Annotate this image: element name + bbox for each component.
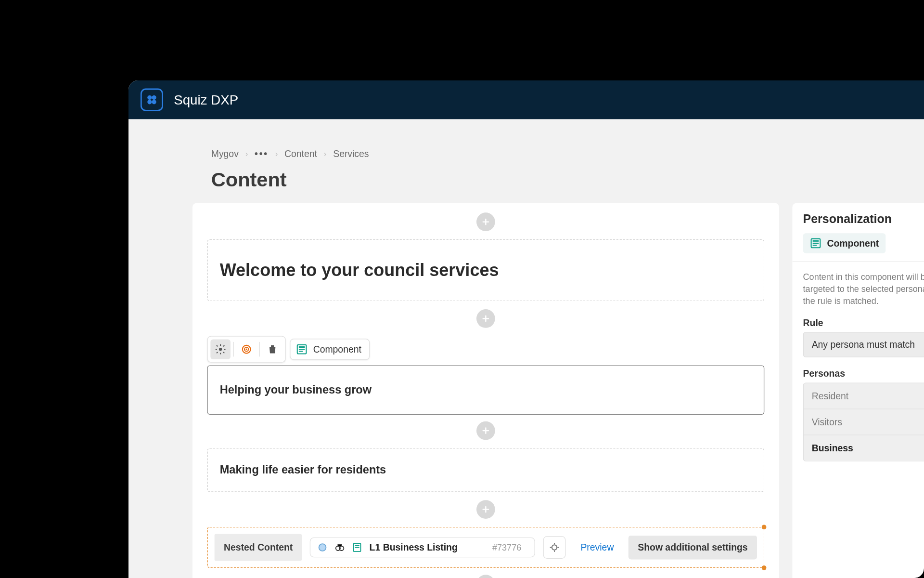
breadcrumb-leaf[interactable]: Services xyxy=(333,148,369,159)
toolbar-group xyxy=(207,336,285,362)
add-block-button[interactable] xyxy=(476,421,495,440)
breadcrumb: Mygov › ••• › Content › Services xyxy=(211,148,924,159)
svg-rect-22 xyxy=(813,245,817,246)
top-bar: Squiz DXP xyxy=(128,80,924,119)
svg-point-2 xyxy=(147,100,152,104)
content-block-selected[interactable]: Helping your business grow xyxy=(207,365,764,414)
panel-help-text: Content in this component will be target… xyxy=(803,271,924,308)
persona-name: Resident xyxy=(812,390,849,401)
block-toolbar: Component xyxy=(207,336,764,362)
content-block-residents[interactable]: Making life easier for residents xyxy=(207,448,764,492)
nested-content-label: Nested Content xyxy=(215,534,302,561)
breadcrumb-root[interactable]: Mygov xyxy=(211,148,239,159)
panel-body: Content in this component will be target… xyxy=(792,262,924,471)
delete-button[interactable] xyxy=(262,339,282,359)
panel-header: Personalization Component xyxy=(792,203,924,262)
persona-name: Business xyxy=(812,442,853,453)
binoculars-icon xyxy=(335,542,346,552)
add-block-button[interactable] xyxy=(476,575,495,578)
preview-link[interactable]: Preview xyxy=(574,542,621,552)
svg-point-0 xyxy=(147,95,152,100)
svg-point-7 xyxy=(246,349,247,350)
content-block-welcome[interactable]: Welcome to your council services xyxy=(207,239,764,302)
svg-rect-21 xyxy=(813,243,819,244)
add-block-button[interactable] xyxy=(476,500,495,519)
chevron-right-icon: › xyxy=(245,149,248,158)
settings-button[interactable] xyxy=(210,339,231,359)
show-additional-settings-button[interactable]: Show additional settings xyxy=(629,536,757,560)
separator xyxy=(259,342,259,356)
nested-asset-id: #73776 xyxy=(492,542,521,552)
nested-asset-pill[interactable]: L1 Business Listing #73776 xyxy=(310,538,535,558)
product-name: Squiz DXP xyxy=(174,92,238,107)
svg-point-12 xyxy=(319,544,326,551)
persona-list: Resident Visitors Business xyxy=(803,382,924,461)
separator xyxy=(233,342,233,356)
rule-select-value: Any persona must match xyxy=(812,339,915,350)
svg-point-3 xyxy=(152,100,156,104)
svg-point-1 xyxy=(152,95,156,100)
component-icon xyxy=(296,343,308,355)
persona-option-business[interactable]: Business xyxy=(804,435,924,460)
component-icon xyxy=(809,237,821,249)
columns: Welcome to your council services xyxy=(192,203,924,578)
breadcrumb-content[interactable]: Content xyxy=(284,148,317,159)
persona-option-visitors[interactable]: Visitors xyxy=(804,409,924,435)
panel-scope-label: Component xyxy=(827,238,879,249)
svg-rect-11 xyxy=(299,351,303,352)
block-heading: Welcome to your council services xyxy=(220,260,752,281)
workspace: Mygov › ••• › Content › Services Content… xyxy=(128,119,924,578)
component-type-pill[interactable]: Component xyxy=(290,339,370,360)
persona-option-resident[interactable]: Resident xyxy=(804,383,924,409)
locate-button[interactable] xyxy=(543,536,566,559)
svg-point-18 xyxy=(552,545,557,550)
app-window: Squiz DXP Mygov › ••• › Content › Servic… xyxy=(128,80,924,578)
svg-rect-20 xyxy=(813,240,819,242)
content-editor: Welcome to your council services xyxy=(192,203,779,578)
svg-rect-16 xyxy=(355,545,359,546)
page-icon xyxy=(352,542,363,552)
breadcrumb-ellipsis[interactable]: ••• xyxy=(255,148,269,159)
target-button[interactable] xyxy=(236,339,257,359)
svg-point-4 xyxy=(219,348,222,351)
block-heading: Helping your business grow xyxy=(220,383,752,397)
svg-rect-17 xyxy=(355,547,359,548)
add-block-button[interactable] xyxy=(476,212,495,231)
page-title: Content xyxy=(211,169,924,191)
nested-content-block[interactable]: Nested Content L1 Business Listing #7377… xyxy=(207,527,764,568)
rule-label: Rule xyxy=(803,317,924,328)
personas-label: Personas xyxy=(803,368,924,378)
chevron-right-icon: › xyxy=(324,149,327,158)
block-heading: Making life easier for residents xyxy=(220,463,752,477)
chevron-right-icon: › xyxy=(275,149,278,158)
status-dot-icon xyxy=(318,542,328,552)
persona-name: Visitors xyxy=(812,416,842,427)
personalization-panel: Personalization Component Content in thi… xyxy=(792,203,924,578)
svg-rect-10 xyxy=(299,349,305,350)
panel-title: Personalization xyxy=(803,212,924,226)
add-block-button[interactable] xyxy=(476,309,495,328)
rule-select[interactable]: Any persona must match xyxy=(803,332,924,357)
svg-rect-9 xyxy=(299,346,305,348)
panel-scope-tag: Component xyxy=(803,233,886,253)
component-type-label: Component xyxy=(313,344,361,355)
product-logo xyxy=(141,89,163,111)
nested-asset-name: L1 Business Listing xyxy=(370,542,458,552)
